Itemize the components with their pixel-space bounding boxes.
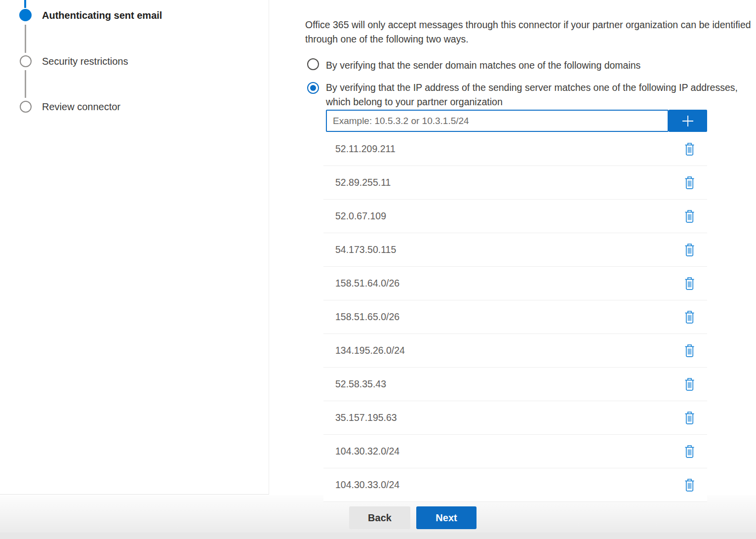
ip-value: 104.30.32.0/24 [335, 446, 399, 457]
ip-value: 52.89.255.11 [335, 177, 391, 188]
delete-ip-button[interactable] [683, 444, 696, 459]
option-ip-address: By verifying that the IP address of the … [307, 82, 738, 109]
ip-row: 52.11.209.211 [323, 132, 707, 166]
ip-value: 35.157.195.63 [335, 412, 397, 423]
delete-ip-button[interactable] [683, 208, 696, 224]
step-pending-circle-icon [20, 55, 32, 67]
delete-ip-button[interactable] [683, 343, 696, 359]
ip-value: 104.30.33.0/24 [335, 479, 399, 491]
option-ip-address-label: By verifying that the IP address of the … [326, 81, 738, 109]
back-button[interactable]: Back [349, 506, 410, 529]
plus-icon [681, 115, 694, 127]
ip-value: 158.51.64.0/26 [335, 278, 399, 289]
ip-row: 35.157.195.63 [323, 401, 707, 435]
delete-ip-button[interactable] [683, 141, 696, 157]
delete-ip-button[interactable] [683, 410, 696, 426]
trash-icon [684, 411, 695, 425]
trash-icon [684, 243, 695, 257]
step-active-dot-icon [19, 9, 32, 21]
delete-ip-button[interactable] [683, 242, 696, 258]
ip-row: 104.30.33.0/24 [323, 468, 707, 502]
next-button[interactable]: Next [416, 506, 477, 529]
ip-row: 134.195.26.0/24 [323, 334, 707, 368]
ip-list: 52.11.209.211 52.89.255.11 [323, 132, 707, 502]
radio-sender-domain[interactable] [307, 58, 319, 70]
ip-value: 158.51.65.0/26 [335, 311, 399, 323]
trash-icon [684, 310, 695, 324]
ip-row: 104.30.32.0/24 [323, 435, 707, 468]
ip-address-input[interactable] [326, 110, 669, 132]
ip-row: 52.89.255.11 [323, 166, 707, 200]
ip-row: 158.51.65.0/26 [323, 300, 707, 334]
step-review-connector[interactable]: Review connector [42, 100, 120, 113]
delete-ip-button[interactable] [683, 309, 696, 325]
trash-icon [684, 478, 695, 492]
bottom-strip [0, 533, 756, 539]
ip-row: 158.51.64.0/26 [323, 267, 707, 300]
step-security-restrictions[interactable]: Security restrictions [42, 55, 128, 68]
intro-text: Office 365 will only accept messages thr… [305, 18, 756, 46]
step-authenticating-sent-email[interactable]: Authenticating sent email [42, 9, 162, 22]
radio-ip-address[interactable] [307, 82, 319, 94]
ip-value: 52.11.209.211 [335, 143, 396, 155]
delete-ip-button[interactable] [683, 376, 696, 392]
ip-row: 52.0.67.109 [323, 200, 707, 233]
step-connector [25, 25, 26, 53]
delete-ip-button[interactable] [683, 477, 696, 493]
trash-icon [684, 344, 695, 358]
ip-row: 52.58.35.43 [323, 368, 707, 401]
trash-icon [684, 277, 695, 290]
ip-row: 54.173.50.115 [323, 233, 707, 267]
wizard-steps-panel: Authenticating sent email Security restr… [0, 0, 269, 495]
trash-icon [684, 176, 695, 190]
ip-value: 52.0.67.109 [335, 210, 386, 222]
step-pending-circle-icon [20, 101, 32, 113]
ip-value: 134.195.26.0/24 [335, 345, 405, 356]
option-sender-domain-label: By verifying that the sender domain matc… [326, 58, 640, 73]
step-connector-completed [24, 0, 26, 8]
trash-icon [684, 377, 695, 391]
ip-value: 54.173.50.115 [335, 244, 396, 255]
ip-value: 52.58.35.43 [335, 378, 386, 390]
trash-icon [684, 142, 695, 156]
trash-icon [684, 445, 695, 458]
delete-ip-button[interactable] [683, 276, 696, 291]
step-connector [25, 70, 26, 98]
delete-ip-button[interactable] [683, 175, 696, 191]
radio-selected-dot-icon [310, 85, 316, 91]
add-ip-button[interactable] [669, 110, 707, 132]
option-sender-domain: By verifying that the sender domain matc… [307, 58, 640, 73]
trash-icon [684, 209, 695, 223]
